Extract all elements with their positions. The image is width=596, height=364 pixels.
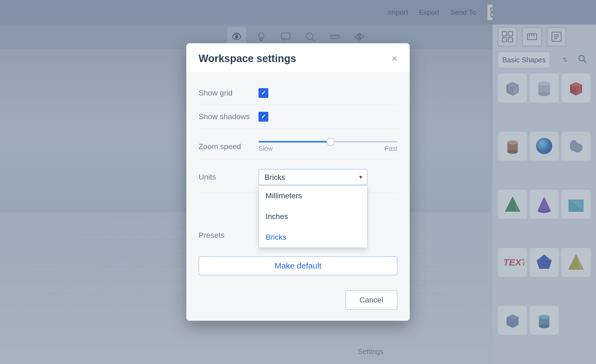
units-select[interactable]: Millimeters Inches Bricks [259,169,367,185]
show-shadows-checkbox[interactable] [259,112,268,122]
show-shadows-label: Show shadows [199,112,259,121]
zoom-slider-thumb[interactable] [327,138,335,146]
dialog-close-button[interactable]: × [392,54,397,64]
show-grid-control [259,88,397,98]
dropdown-item-inches[interactable]: Inches [259,206,367,227]
dialog-footer: Cancel [186,283,410,321]
zoom-slider-track[interactable] [259,141,397,143]
dialog-title: Workspace settings [199,53,296,64]
units-label: Units [199,173,259,181]
show-shadows-row: Show shadows [199,105,397,129]
units-control: Millimeters Inches Bricks ▼ Millimeters … [259,169,397,185]
dropdown-item-millimeters[interactable]: Millimeters [259,186,367,206]
dialog-header: Workspace settings × [186,43,410,73]
show-grid-checkbox[interactable] [259,88,268,98]
dialog-body: Show grid Show shadows Zoom speed [186,73,410,283]
cancel-button[interactable]: Cancel [345,290,397,310]
zoom-slider-fill [259,141,331,143]
zoom-slow-label: Slow [259,145,273,152]
show-grid-label: Show grid [199,89,259,97]
make-default-button[interactable]: Make default [199,256,397,275]
presets-label: Presets [199,231,259,240]
units-select-wrapper: Millimeters Inches Bricks ▼ Millimeters … [259,169,367,185]
zoom-fast-label: Fast [385,145,397,152]
zoom-speed-label: Zoom speed [199,142,259,151]
dropdown-item-bricks[interactable]: Bricks [259,227,367,248]
units-dropdown: Millimeters Inches Bricks [259,185,367,248]
zoom-speed-row: Zoom speed Slow Fast [199,134,397,159]
zoom-speed-control: Slow Fast [259,141,397,152]
slider-labels: Slow Fast [259,145,397,152]
zoom-slider-container: Slow Fast [259,141,397,152]
modal-overlay: Workspace settings × Show grid Show shad… [0,0,596,364]
workspace-settings-dialog: Workspace settings × Show grid Show shad… [186,43,410,321]
units-row: Units Millimeters Inches Bricks ▼ Millim… [199,162,397,192]
show-grid-row: Show grid [199,81,397,105]
show-shadows-control [259,112,397,122]
